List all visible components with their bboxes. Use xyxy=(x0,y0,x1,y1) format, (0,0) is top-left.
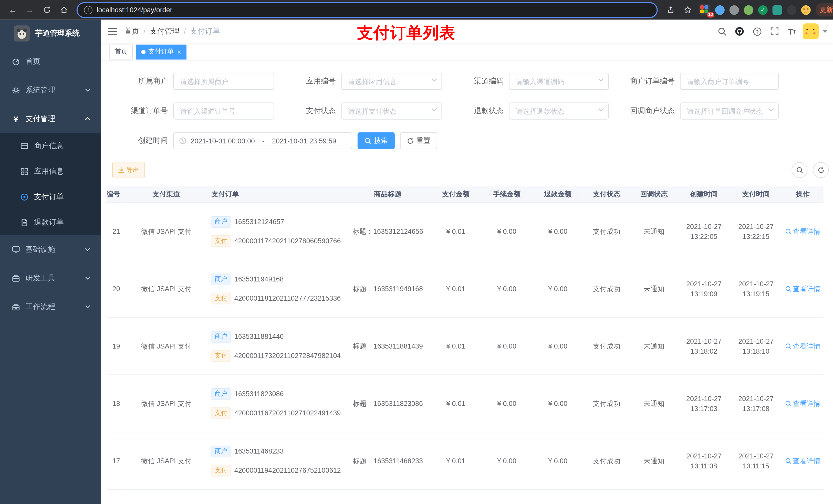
table-row: 18 微信 JSAPI 支付 商户 1635311823086 支付 42000… xyxy=(107,375,824,432)
extension-grid-icon[interactable]: 10 xyxy=(699,4,710,16)
sidebar-item-infra[interactable]: 基础设施 xyxy=(0,235,101,264)
sidebar-item-system[interactable]: 系统管理 xyxy=(0,76,101,105)
extension-drop-icon[interactable] xyxy=(715,5,724,15)
extension-chat-icon[interactable] xyxy=(772,5,782,15)
table-toolbar: 导出 xyxy=(101,162,833,178)
hamburger-icon[interactable] xyxy=(101,20,124,43)
monitor-icon xyxy=(12,245,20,254)
reset-button[interactable]: 重置 xyxy=(400,132,437,149)
sidebar-item-workflow[interactable]: 工作流程 xyxy=(0,293,101,321)
merchant-order-no-field[interactable] xyxy=(680,73,779,90)
bookmark-star-icon[interactable] xyxy=(680,2,695,17)
navbar: 首页 / 支付管理 / 支付订单 支付订单列表 ? xyxy=(101,20,833,43)
pay-tag: 支付 xyxy=(211,407,231,419)
filter-label-merchant-order-no: 商户订单编号 xyxy=(609,77,680,86)
pay-status-select[interactable] xyxy=(341,102,442,119)
chevron-down-icon xyxy=(85,305,90,309)
view-detail-link[interactable]: 查看详情 xyxy=(785,341,820,351)
view-detail-link[interactable]: 查看详情 xyxy=(785,284,820,293)
col-notify: 回调状态 xyxy=(630,187,678,202)
github-icon[interactable] xyxy=(733,23,746,39)
col-title: 商品标题 xyxy=(345,187,430,202)
credit-card-icon xyxy=(20,142,29,150)
sidebar-item-home[interactable]: 首页 xyxy=(0,47,101,76)
site-info-icon[interactable]: i xyxy=(84,6,93,14)
pay-tag: 支付 xyxy=(211,292,231,304)
notify-status-input[interactable] xyxy=(680,102,779,119)
extension-green-icon[interactable] xyxy=(744,5,753,15)
avatar-caret-icon[interactable] xyxy=(823,30,828,33)
breadcrumb-current: 支付订单 xyxy=(190,27,220,36)
merchant-input[interactable] xyxy=(173,73,274,90)
channel-order-no-input[interactable] xyxy=(173,102,274,119)
clock-icon xyxy=(179,137,187,144)
user-avatar[interactable] xyxy=(803,23,819,39)
sidebar-item-app-info[interactable]: 应用信息 xyxy=(0,159,101,184)
tab-close-icon[interactable]: × xyxy=(177,49,181,55)
pay-tag: 支付 xyxy=(211,235,231,247)
channel-code-input[interactable] xyxy=(509,73,609,90)
app-input[interactable] xyxy=(341,73,442,90)
refresh-button[interactable] xyxy=(813,162,829,178)
browser-forward-icon[interactable]: → xyxy=(22,2,37,17)
app-select[interactable] xyxy=(341,73,442,90)
channel-code-select[interactable] xyxy=(509,73,609,90)
help-icon[interactable]: ? xyxy=(750,23,764,39)
view-detail-link[interactable]: 查看详情 xyxy=(785,226,820,236)
breadcrumb-home[interactable]: 首页 xyxy=(124,27,139,36)
date-range-picker[interactable]: 2021-10-01 00:00:00 - 2021-10-31 23:59:5… xyxy=(173,132,352,149)
search-button[interactable]: 搜索 xyxy=(358,132,395,149)
notify-status-select[interactable] xyxy=(680,102,779,119)
extension-pin-icon[interactable] xyxy=(787,5,796,15)
merchant-order-no-input[interactable] xyxy=(680,73,779,90)
breadcrumb-pay[interactable]: 支付管理 xyxy=(150,27,180,36)
refund-status-input[interactable] xyxy=(509,102,609,119)
sidebar-item-pay-order[interactable]: 支付订单 xyxy=(0,184,101,210)
merchant-tag: 商户 xyxy=(211,331,231,342)
app-logo: 芋道管理系统 xyxy=(0,20,101,47)
browser-reload-icon[interactable] xyxy=(39,2,54,17)
tab-home[interactable]: 首页 xyxy=(110,44,133,59)
screen: ← → i localhost:1024/pay/order 10 ✓ xyxy=(0,0,833,504)
view-detail-link[interactable]: 查看详情 xyxy=(785,399,820,408)
sidebar-item-pay[interactable]: ¥ 支付管理 xyxy=(0,105,101,134)
export-button[interactable]: 导出 xyxy=(112,163,145,177)
sidebar-item-merchant-info[interactable]: 商户信息 xyxy=(0,134,101,159)
channel-order-no-field[interactable] xyxy=(173,102,274,119)
share-icon[interactable] xyxy=(663,2,678,17)
view-detail-link[interactable]: 查看详情 xyxy=(785,456,820,465)
col-channel: 支付渠道 xyxy=(126,187,206,202)
table-row: 20 微信 JSAPI 支付 商户 1635311949168 支付 42000… xyxy=(107,260,824,317)
font-size-icon[interactable]: TT xyxy=(785,23,799,39)
address-bar[interactable]: i localhost:1024/pay/order xyxy=(78,3,657,17)
merchant-order-line: 商户 1635311949168 xyxy=(211,273,345,285)
date-start: 2021-10-01 00:00:00 xyxy=(191,137,255,145)
browser-home-icon[interactable] xyxy=(56,2,71,17)
tab-pay-order[interactable]: 支付订单 × xyxy=(136,44,187,59)
fullscreen-icon[interactable] xyxy=(768,23,782,39)
profile-avatar-icon[interactable] xyxy=(801,5,811,15)
sidebar-item-refund-order[interactable]: 退款订单 xyxy=(0,210,101,235)
col-amount: 支付金额 xyxy=(430,187,481,202)
toggle-search-button[interactable] xyxy=(791,162,807,178)
main-area: 首页 / 支付管理 / 支付订单 支付订单列表 ? xyxy=(101,20,833,504)
merchant-tag: 商户 xyxy=(211,446,231,457)
filter-label-channel-code: 渠道编码 xyxy=(442,77,509,86)
pay-order-line: 支付 4200001194202110276752100612 xyxy=(211,464,345,476)
filter-form: 所属商户 应用编号 渠道编码 xyxy=(101,61,833,149)
extension-gray-icon[interactable] xyxy=(730,5,739,15)
pay-order-line: 支付 4200001167202110271022491439 xyxy=(211,407,345,419)
chevron-down-icon xyxy=(85,88,90,92)
col-order: 支付订单 xyxy=(206,187,345,202)
app-title: 芋道管理系统 xyxy=(35,29,80,38)
merchant-select[interactable] xyxy=(173,73,274,90)
extension-check-icon[interactable]: ✓ xyxy=(758,5,768,15)
search-icon[interactable] xyxy=(715,23,729,39)
browser-back-icon[interactable]: ← xyxy=(5,2,20,17)
col-paid: 支付时间 xyxy=(730,187,782,202)
sidebar-item-dev-tools[interactable]: 研发工具 xyxy=(0,264,101,293)
pay-status-input[interactable] xyxy=(341,102,442,119)
browser-update-button[interactable]: 更新 xyxy=(815,3,833,16)
filter-label-notify-status: 回调商户状态 xyxy=(609,106,680,116)
refund-status-select[interactable] xyxy=(509,102,609,119)
